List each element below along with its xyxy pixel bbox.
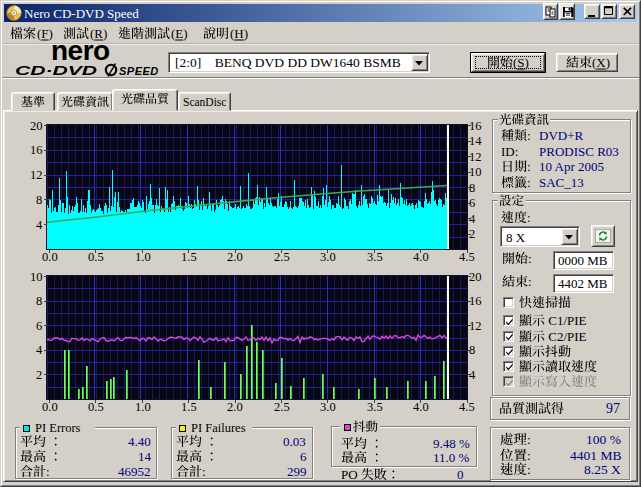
svg-text:10 Apr 2005: 10 Apr 2005 [539,159,604,174]
svg-text:0000 MB: 0000 MB [558,253,608,268]
svg-text::: : [202,464,206,479]
svg-text:ID:: ID: [501,144,518,159]
svg-text:10: 10 [469,165,482,179]
svg-text:C2/PIE: C2/PIE [545,329,587,344]
svg-text:8 X: 8 X [506,230,526,245]
svg-text:8: 8 [36,193,42,207]
svg-text::: : [528,274,532,289]
svg-text:0: 0 [457,467,464,482]
svg-text:PRODISC R03: PRODISC R03 [539,144,619,159]
svg-text:20: 20 [30,119,43,133]
svg-text:ScanDisc: ScanDisc [183,96,226,108]
svg-text:DVD+R: DVD+R [539,128,583,143]
svg-text:(S): (S) [513,55,529,70]
svg-text::: : [527,128,531,143]
svg-text:20: 20 [469,270,482,284]
svg-text:16: 16 [30,143,43,157]
svg-text:12: 12 [469,150,482,164]
svg-text:4: 4 [36,218,43,232]
svg-text:11.0 %: 11.0 % [433,450,470,465]
svg-text:16: 16 [469,119,482,133]
svg-text::: : [528,251,532,266]
svg-text:(X): (X) [592,55,610,70]
svg-text:(H): (H) [230,26,248,41]
svg-text:46952: 46952 [118,464,151,479]
svg-text:0.03: 0.03 [283,434,306,449]
svg-text:C1/PIE: C1/PIE [545,313,587,328]
svg-text:97: 97 [606,401,620,416]
svg-text:[2:0] BENQ DVD DD DW1640 BS: [2:0] BENQ DVD DD DW1640 BSMB [175,55,401,70]
svg-text:SAC_13: SAC_13 [539,175,584,190]
svg-text::: : [527,175,531,190]
svg-text:6: 6 [300,449,307,464]
svg-text::: : [527,462,531,477]
svg-text::: : [527,159,531,174]
svg-text:8.25 X: 8.25 X [584,462,621,477]
svg-text:PO: PO [341,467,361,482]
svg-text:16: 16 [469,294,482,308]
svg-text:(F): (F) [37,26,53,41]
svg-text:2: 2 [36,368,42,382]
svg-text:299: 299 [287,464,307,479]
svg-text:12: 12 [469,319,482,333]
svg-text:4402 MB: 4402 MB [558,276,608,291]
svg-text:8: 8 [36,294,42,308]
svg-text:4.40: 4.40 [128,434,151,449]
svg-text:12: 12 [30,168,43,182]
svg-text:14: 14 [469,134,482,148]
svg-text:14: 14 [138,449,152,464]
svg-text:4: 4 [36,343,43,357]
svg-text:10: 10 [30,270,43,284]
svg-text:6: 6 [36,319,42,333]
svg-text:Nero CD-DVD Speed: Nero CD-DVD Speed [24,6,139,21]
svg-text::: : [46,464,50,479]
svg-text::: : [527,210,531,225]
